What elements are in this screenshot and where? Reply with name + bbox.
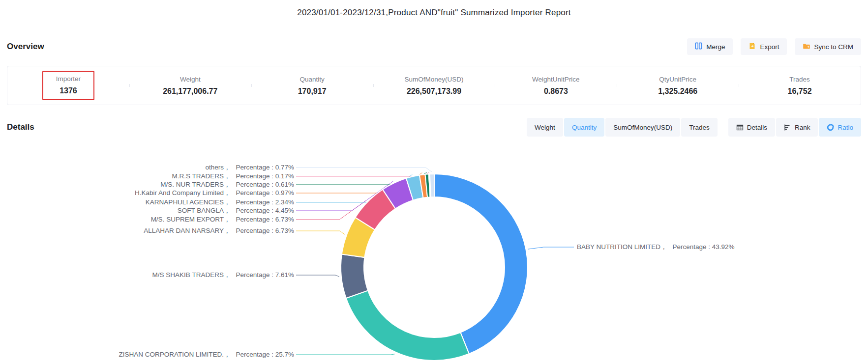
donut-slice-1[interactable] — [346, 290, 469, 361]
donut-slice-0[interactable] — [434, 174, 528, 354]
leader-line-2 — [296, 275, 339, 277]
leader-line-1 — [296, 354, 395, 355]
leader-line-9 — [296, 172, 429, 176]
leader-line-3 — [296, 231, 345, 234]
leader-line-0 — [528, 247, 574, 249]
leader-line-10 — [296, 168, 432, 172]
importer-ratio-donut-chart — [0, 0, 868, 364]
donut-slice-10[interactable] — [430, 174, 434, 197]
donut-slice-2[interactable] — [341, 254, 368, 299]
